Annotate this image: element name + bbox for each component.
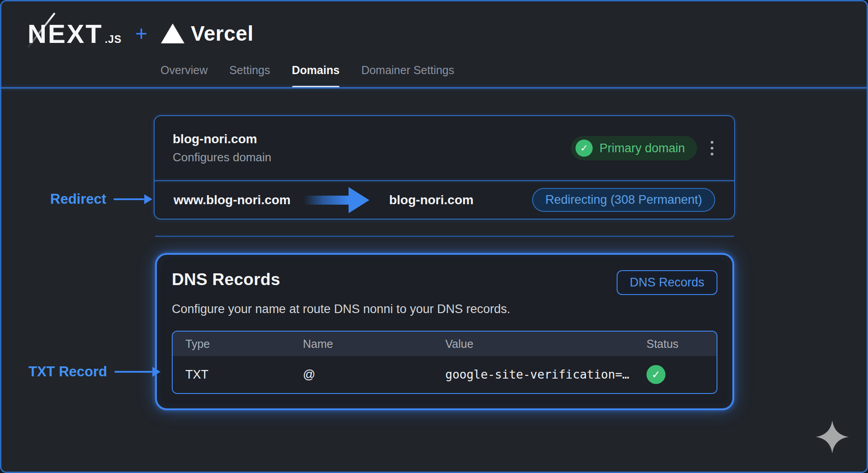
nextjs-logo: NEXT .JS [28, 19, 122, 49]
kebab-menu-icon[interactable] [708, 138, 716, 158]
tab-domains[interactable]: Domains [292, 64, 340, 83]
primary-domain-label: Primary domain [599, 141, 685, 155]
txt-record-annotation: TXT Record [28, 364, 160, 380]
vercel-logo: Vercel [161, 21, 254, 46]
section-divider [155, 236, 734, 237]
record-type-cell: TXT [173, 368, 290, 382]
dns-card-header: DNS Records DNS Records [172, 270, 717, 295]
table-row: TXT @ google-site-verification=… ✓ [173, 356, 717, 393]
domain-card-header: blog-nori.com Configures domain ✓ Primar… [155, 116, 734, 180]
arrow-right-icon [303, 187, 369, 213]
table-header-row: Type Name Value Status [173, 332, 717, 356]
sparkle-icon [815, 420, 849, 454]
tab-settings[interactable]: Settings [229, 64, 270, 83]
txt-record-annotation-label: TXT Record [28, 364, 107, 380]
plus-icon: + [135, 23, 147, 44]
redirect-status-badge: Redirecting (308 Permanent) [532, 188, 715, 212]
page: NEXT .JS + Vercel Overview Settings Doma… [0, 0, 868, 473]
tab-domainer-settings[interactable]: Domainer Settings [361, 64, 454, 83]
domain-subtitle: Configures domain [173, 150, 271, 164]
record-value-cell: google-site-verification=… [433, 368, 634, 381]
column-header-name: Name [290, 337, 433, 351]
primary-domain-badge: ✓ Primary domain [571, 136, 697, 160]
dns-records-table: Type Name Value Status TXT @ google-site… [172, 331, 717, 394]
vercel-triangle-icon [161, 23, 184, 43]
redirect-to-domain: blog-nori.com [389, 193, 474, 207]
column-header-type: Type [173, 337, 290, 351]
domain-info: blog-nori.com Configures domain [173, 132, 271, 164]
dns-card-description: Configure your name at route DNS nonni t… [172, 302, 717, 316]
domain-name: blog-nori.com [173, 132, 271, 146]
check-icon: ✓ [646, 365, 665, 384]
column-header-value: Value [433, 337, 634, 351]
nav-tabs: Overview Settings Domains Domainer Setti… [160, 64, 454, 83]
domain-card: blog-nori.com Configures domain ✓ Primar… [154, 115, 735, 220]
redirect-from-domain: www.blog-nori.com [174, 193, 291, 207]
redirect-annotation: Redirect [50, 191, 152, 207]
header-divider [1, 87, 868, 89]
dns-records-button[interactable]: DNS Records [617, 270, 717, 295]
domain-card-actions: ✓ Primary domain [571, 136, 716, 160]
tab-overview[interactable]: Overview [160, 64, 208, 83]
dns-card-title: DNS Records [172, 270, 280, 289]
redirect-row: www.blog-nori.com blog-nori.com Redirect… [155, 181, 734, 219]
record-status-cell: ✓ [634, 365, 717, 384]
nextjs-suffix: .JS [105, 33, 122, 46]
column-header-status: Status [634, 337, 717, 351]
dns-records-card: DNS Records DNS Records Configure your n… [155, 253, 734, 410]
arrow-right-icon [113, 194, 152, 204]
brand-logos: NEXT .JS + Vercel [28, 17, 254, 50]
check-icon: ✓ [576, 140, 593, 157]
arrow-right-icon [114, 367, 160, 377]
redirect-annotation-label: Redirect [50, 191, 106, 207]
vercel-wordmark: Vercel [191, 21, 254, 46]
record-name-cell: @ [290, 368, 433, 382]
